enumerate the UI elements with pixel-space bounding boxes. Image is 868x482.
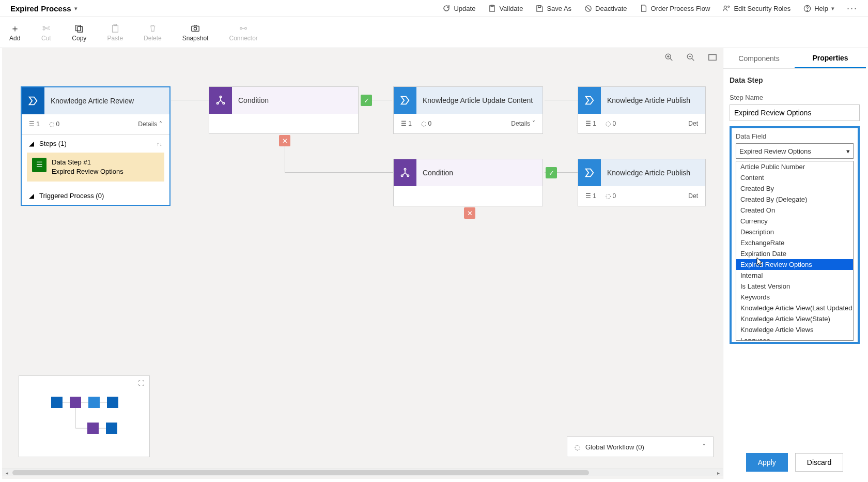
data-field-select[interactable]: Expired Review Options ▾	[736, 143, 854, 159]
triggered-header: Triggered Process (0)	[39, 192, 104, 200]
stage-title: Knowledge Article Publish	[601, 87, 705, 114]
delete-button[interactable]: Delete	[144, 23, 162, 42]
chevron-down-icon: ▾	[831, 5, 834, 12]
condition-node-2[interactable]: Condition	[393, 159, 543, 206]
step-name-input[interactable]	[730, 104, 860, 121]
steps-header: Steps (1)	[39, 140, 67, 147]
details-toggle[interactable]: Details ˅	[511, 120, 535, 127]
horizontal-scrollbar[interactable]: ◂ ▸	[2, 469, 723, 476]
scroll-left-icon[interactable]: ◂	[3, 469, 10, 476]
svg-point-13	[194, 27, 196, 29]
svg-rect-10	[112, 25, 118, 32]
dropdown-option[interactable]: Created By	[736, 183, 853, 194]
cut-button[interactable]: ✄ Cut	[41, 23, 51, 42]
stage-title: Knowledge Article Publish	[601, 159, 705, 186]
chevron-down-icon: ▾	[846, 147, 850, 155]
tab-properties[interactable]: Properties	[795, 48, 866, 68]
step-name-label: Step Name	[730, 94, 860, 101]
dropdown-option[interactable]: Knowledge Article Views	[736, 324, 853, 335]
dropdown-option[interactable]: ExchangeRate	[736, 237, 853, 248]
dropdown-option[interactable]: Article Public Number	[736, 161, 853, 172]
cut-label: Cut	[41, 35, 51, 42]
order-action[interactable]: Order Process Flow	[640, 4, 710, 12]
dropdown-option[interactable]: Description	[736, 227, 853, 237]
dropdown-option[interactable]: Internal	[736, 270, 853, 281]
editor-toolbar: ＋ Add ✄ Cut Copy Paste Delete Snapshot C…	[0, 17, 868, 48]
refresh-icon	[442, 4, 451, 12]
steps-header-row[interactable]: ◢ Steps (1) ↑↓	[22, 134, 169, 153]
data-step-icon: ☰	[32, 158, 47, 172]
paste-label: Paste	[107, 35, 123, 42]
details-toggle[interactable]: Det	[688, 120, 698, 127]
data-field-value: Expired Review Options	[739, 147, 811, 155]
deactivate-action[interactable]: Deactivate	[584, 4, 627, 12]
snapshot-button[interactable]: Snapshot	[182, 23, 209, 42]
zoom-out-button[interactable]	[686, 52, 696, 63]
stage-knowledge-article-review[interactable]: Knowledge Article Review ☰ 1 ◌ 0 Details…	[21, 86, 171, 206]
save-icon	[535, 4, 544, 12]
condition-title: Condition	[232, 87, 358, 114]
triangle-icon: ◢	[29, 192, 34, 200]
scroll-right-icon[interactable]: ▸	[715, 469, 722, 476]
process-title-group[interactable]: Expired Process ▾	[10, 4, 78, 13]
svg-rect-2	[538, 5, 541, 7]
details-toggle[interactable]: Details ˄	[138, 120, 162, 128]
dropdown-option[interactable]: Knowledge Article View(Last Updated Time…	[736, 303, 853, 313]
dropdown-option[interactable]: Expired Review Options	[736, 259, 853, 270]
check-icon: ✓	[546, 167, 557, 178]
stage-update-content[interactable]: Knowledge Article Update Content ☰ 1 ◌ 0…	[393, 86, 543, 134]
zoom-in-button[interactable]	[664, 52, 674, 63]
minimap[interactable]: ⛶	[19, 375, 150, 457]
details-toggle[interactable]: Det	[688, 192, 698, 200]
deactivate-icon	[584, 4, 592, 12]
canvas[interactable]: Knowledge Article Review ☰ 1 ◌ 0 Details…	[2, 48, 723, 479]
dropdown-option[interactable]: Knowledge Article View(State)	[736, 313, 853, 324]
scrollbar-thumb[interactable]	[12, 470, 589, 475]
data-step-item[interactable]: ☰ Data Step #1 Expired Review Options	[27, 153, 164, 182]
top-ribbon: Expired Process ▾ Update Validate Save A…	[0, 0, 868, 17]
dropdown-option[interactable]: Is Latest Version	[736, 281, 853, 292]
validate-action[interactable]: Validate	[488, 4, 523, 12]
dropdown-option[interactable]: Currency	[736, 216, 853, 227]
help-icon	[803, 4, 811, 12]
more-actions[interactable]: ···	[847, 3, 858, 14]
condition-node-1[interactable]: Condition	[209, 86, 359, 134]
stage-icon	[394, 87, 416, 114]
cross-icon: ✕	[464, 207, 475, 219]
save-as-action[interactable]: Save As	[535, 4, 571, 12]
apply-button[interactable]: Apply	[746, 453, 788, 472]
update-action[interactable]: Update	[442, 4, 475, 12]
dropdown-option[interactable]: Keywords	[736, 292, 853, 303]
security-action[interactable]: Edit Security Roles	[722, 4, 791, 12]
condition-icon	[209, 87, 232, 114]
reorder-icons[interactable]: ↑↓	[157, 141, 162, 147]
svg-point-7	[807, 10, 808, 10]
copy-label: Copy	[72, 35, 86, 42]
add-label: Add	[9, 35, 20, 42]
chevron-down-icon: ˅	[532, 120, 535, 127]
triggered-process-row[interactable]: ◢ Triggered Process (0)	[22, 187, 169, 205]
help-action[interactable]: Help ▾	[803, 4, 834, 12]
stage-title: Knowledge Article Review	[44, 87, 169, 114]
process-title: Expired Process	[10, 4, 71, 13]
add-button[interactable]: ＋ Add	[9, 23, 20, 42]
dropdown-option[interactable]: Language	[736, 335, 853, 341]
data-field-dropdown[interactable]: Article Public NumberContentCreated ByCr…	[736, 161, 854, 341]
copy-button[interactable]: Copy	[72, 23, 86, 42]
panel-tabs: Components Properties	[723, 48, 866, 69]
paste-button[interactable]: Paste	[107, 23, 123, 42]
stage-publish-2[interactable]: Knowledge Article Publish ☰ 1 ◌ 0 Det	[578, 159, 706, 206]
dropdown-option[interactable]: Expiration Date	[736, 248, 853, 259]
dropdown-option[interactable]: Created On	[736, 205, 853, 216]
stage-publish-1[interactable]: Knowledge Article Publish ☰ 1 ◌ 0 Det	[578, 86, 706, 134]
connector-button[interactable]: Connector	[229, 23, 257, 42]
dropdown-option[interactable]: Content	[736, 172, 853, 183]
svg-point-19	[220, 96, 221, 98]
validate-label: Validate	[499, 5, 523, 12]
global-workflow-bar[interactable]: ◌ Global Workflow (0) ˄	[567, 436, 714, 457]
tab-components[interactable]: Components	[723, 48, 795, 68]
svg-point-4	[724, 6, 726, 8]
dropdown-option[interactable]: Created By (Delegate)	[736, 194, 853, 205]
fit-screen-button[interactable]	[707, 52, 718, 63]
discard-button[interactable]: Discard	[795, 453, 843, 472]
